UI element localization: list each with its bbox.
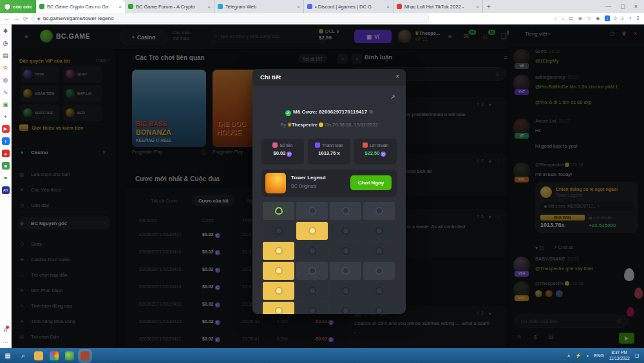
- share-icon[interactable]: ↗: [390, 93, 395, 101]
- taskbar-search-icon[interactable]: ⌕: [15, 352, 31, 360]
- tab-close-icon[interactable]: ×: [476, 4, 479, 10]
- stat-value: $0.02C: [261, 150, 304, 157]
- games-icon[interactable]: ▣: [2, 101, 10, 108]
- tower-cell[interactable]: [363, 202, 395, 220]
- green-app-icon[interactable]: ■: [2, 162, 10, 170]
- volume-icon[interactable]: ◖: [586, 353, 589, 358]
- reader-icon[interactable]: ▭: [569, 15, 574, 21]
- tab-close-icon[interactable]: ×: [207, 4, 211, 10]
- tray-icon[interactable]: ↧: [636, 15, 640, 21]
- tower-cell[interactable]: [263, 202, 294, 220]
- tower-coin-icon: [342, 287, 350, 295]
- media-icon[interactable]: ♪: [621, 15, 623, 21]
- tab-close-icon[interactable]: ×: [386, 4, 390, 10]
- tower-cell[interactable]: [330, 242, 361, 260]
- history-icon[interactable]: ◷: [2, 39, 10, 47]
- tower-cell[interactable]: [263, 302, 294, 314]
- ahliv-icon[interactable]: AH: [2, 186, 10, 194]
- tower-cell[interactable]: [263, 282, 294, 300]
- tower-cell[interactable]: [263, 242, 294, 260]
- game-thumbnail[interactable]: [265, 173, 286, 193]
- notifications-bell-icon[interactable]: ⍾: [4, 327, 8, 334]
- modal-close-icon[interactable]: ×: [395, 73, 399, 80]
- settings-icon[interactable]: ✱: [2, 27, 10, 35]
- battery-icon: ⚡: [576, 353, 582, 358]
- tower-cell[interactable]: [363, 302, 395, 314]
- browser-addressbar: ← → ⟳ ◈ bc.game/vi/game/tower-legend ◌↓▭…: [0, 13, 644, 25]
- tower-cell[interactable]: [330, 262, 361, 280]
- link-icon[interactable]: ◌: [554, 15, 557, 21]
- downloads-blue-icon[interactable]: ↓: [605, 15, 610, 21]
- tower-cell[interactable]: [263, 222, 294, 240]
- url-field[interactable]: ◈ bc.game/vi/game/tower-legend: [32, 14, 429, 23]
- tower-cell[interactable]: [296, 242, 328, 260]
- tower-cell[interactable]: [363, 242, 395, 260]
- bookmark-star-icon[interactable]: ☆: [587, 15, 591, 21]
- tower-cell[interactable]: [296, 222, 328, 240]
- profile-icon[interactable]: ◔: [628, 15, 631, 21]
- tab-close-icon[interactable]: ×: [118, 4, 122, 10]
- play-now-button[interactable]: Chơi Ngay: [350, 175, 392, 190]
- notifications-icon[interactable]: ❑: [635, 353, 639, 358]
- tower-cell[interactable]: [330, 302, 361, 314]
- youtube-icon[interactable]: ▶: [2, 125, 10, 133]
- download-page-icon[interactable]: ↓: [562, 15, 564, 21]
- add-icon[interactable]: +: [2, 113, 10, 121]
- facebook-icon[interactable]: f: [2, 137, 10, 145]
- bet-id-line: ✓Mã Cược: 82036297170119417⧉: [252, 109, 406, 116]
- tower-cell[interactable]: [263, 262, 294, 280]
- clock[interactable]: 8:37 PM11/13/2022: [609, 350, 630, 361]
- file-explorer-icon[interactable]: [34, 351, 43, 360]
- language-indicator[interactable]: ENG: [594, 353, 603, 358]
- new-tab-button[interactable]: +: [483, 0, 495, 13]
- tower-cell[interactable]: [363, 222, 395, 240]
- translate-icon[interactable]: ≋: [578, 15, 582, 21]
- tab-favicon: [307, 4, 312, 9]
- shield-icon[interactable]: ◈: [596, 15, 600, 21]
- bet-details-modal: Chi tiết × ↗ ✓Mã Cược: 82036297170119417…: [252, 69, 406, 314]
- tab-close-icon[interactable]: ×: [297, 4, 300, 10]
- modal-title: Chi tiết: [260, 74, 281, 81]
- browser-tab[interactable]: Nhạc Lofi Hot TikTok 2022 -×: [393, 0, 483, 13]
- coccoc-taskbar-icon[interactable]: [65, 351, 74, 360]
- chrome-icon[interactable]: [50, 351, 59, 360]
- browser-tab[interactable]: • Discord | #games | DC G×: [304, 0, 393, 13]
- strip-more-icon[interactable]: ⋯: [3, 340, 8, 346]
- chart-icon[interactable]: ∿: [2, 88, 10, 96]
- tower-coin-icon: [275, 307, 283, 314]
- forward-icon[interactable]: →: [14, 15, 19, 22]
- reading-list-icon[interactable]: ▤: [2, 52, 10, 59]
- vip-crown-icon[interactable]: ♔: [2, 64, 10, 72]
- copy-icon[interactable]: ⧉: [369, 109, 373, 115]
- messenger-icon[interactable]: ◍: [2, 76, 10, 84]
- browser-tab[interactable]: Telegram Web×: [214, 0, 304, 13]
- start-button[interactable]: ▦: [0, 352, 15, 359]
- tower-cell[interactable]: [296, 302, 328, 314]
- tower-cell[interactable]: [330, 222, 361, 240]
- minimize-button[interactable]: —: [605, 3, 611, 10]
- tray-expand-icon[interactable]: ∧: [567, 353, 570, 358]
- browser-tab[interactable]: BC.Game Crypto Cas no Ga×: [36, 0, 125, 13]
- tower-cell[interactable]: [296, 202, 328, 220]
- leaf-icon[interactable]: ❧: [2, 174, 10, 182]
- browser-tab[interactable]: BC Game Forum - A Crypto×: [125, 0, 214, 13]
- coin-icon: [319, 123, 323, 127]
- maximize-button[interactable]: ◻: [620, 3, 625, 10]
- tab-favicon: [397, 4, 402, 9]
- coccoc-brand[interactable]: cốc cốc: [0, 0, 36, 13]
- tower-cell[interactable]: [296, 262, 328, 280]
- active-app-icon[interactable]: [80, 351, 90, 360]
- close-button[interactable]: ×: [634, 3, 638, 10]
- back-icon[interactable]: ←: [4, 15, 10, 22]
- tower-coin-icon: [342, 307, 350, 314]
- reload-icon[interactable]: ⟳: [23, 15, 28, 22]
- red-app-icon[interactable]: ●: [2, 150, 10, 157]
- tower-cell[interactable]: [330, 202, 361, 220]
- tower-coin-icon: [308, 267, 316, 275]
- extension-icon[interactable]: ◊: [614, 15, 617, 21]
- tower-cell[interactable]: [330, 282, 361, 300]
- tower-cell[interactable]: [363, 282, 395, 300]
- bet-user[interactable]: Thespectre: [292, 122, 317, 128]
- tower-cell[interactable]: [363, 262, 395, 280]
- tower-cell[interactable]: [296, 282, 328, 300]
